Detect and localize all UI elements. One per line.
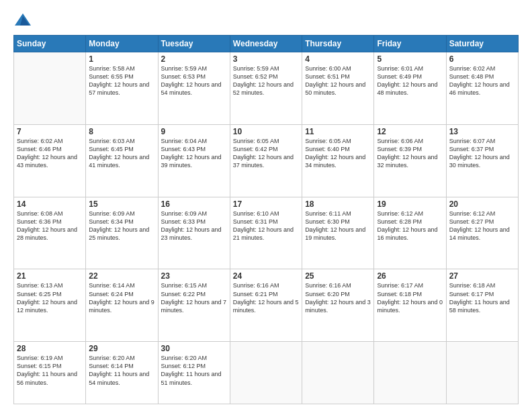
calendar-cell: 12Sunrise: 6:06 AMSunset: 6:39 PMDayligh… — [374, 124, 446, 197]
day-number: 25 — [305, 271, 371, 281]
day-number: 4 — [305, 54, 371, 64]
day-number: 18 — [305, 199, 371, 209]
day-number: 8 — [89, 127, 154, 136]
day-number: 11 — [305, 127, 371, 136]
day-number: 22 — [89, 271, 154, 281]
day-number: 15 — [89, 199, 154, 209]
logo-icon — [13, 11, 32, 30]
day-number: 2 — [161, 54, 227, 64]
day-number: 23 — [161, 271, 227, 281]
day-header-thursday: Thursday — [302, 36, 374, 52]
calendar-cell: 5Sunrise: 6:01 AMSunset: 6:49 PMDaylight… — [374, 52, 446, 125]
day-number: 28 — [17, 344, 83, 353]
day-number: 5 — [377, 54, 443, 64]
calendar-cell: 15Sunrise: 6:09 AMSunset: 6:34 PMDayligh… — [86, 197, 158, 269]
calendar-cell — [14, 52, 86, 125]
day-header-sunday: Sunday — [14, 36, 86, 52]
calendar-week-1: 7Sunrise: 6:02 AMSunset: 6:46 PMDaylight… — [14, 124, 519, 197]
calendar-cell: 22Sunrise: 6:14 AMSunset: 6:24 PMDayligh… — [86, 269, 158, 342]
day-number: 20 — [449, 199, 515, 209]
day-number: 26 — [377, 271, 443, 281]
day-number: 3 — [233, 54, 299, 64]
day-number: 6 — [449, 54, 515, 64]
cell-info: Sunrise: 6:20 AMSunset: 6:12 PMDaylight:… — [161, 354, 227, 387]
cell-info: Sunrise: 6:02 AMSunset: 6:46 PMDaylight:… — [17, 137, 83, 170]
cell-info: Sunrise: 6:08 AMSunset: 6:36 PMDaylight:… — [17, 210, 83, 242]
calendar-cell: 24Sunrise: 6:16 AMSunset: 6:21 PMDayligh… — [230, 269, 302, 342]
calendar-cell: 25Sunrise: 6:16 AMSunset: 6:20 PMDayligh… — [302, 269, 374, 342]
calendar-cell: 18Sunrise: 6:11 AMSunset: 6:30 PMDayligh… — [302, 197, 374, 269]
cell-info: Sunrise: 6:20 AMSunset: 6:14 PMDaylight:… — [89, 354, 154, 387]
calendar-cell: 17Sunrise: 6:10 AMSunset: 6:31 PMDayligh… — [230, 197, 302, 269]
day-header-saturday: Saturday — [446, 36, 518, 52]
cell-info: Sunrise: 6:12 AMSunset: 6:28 PMDaylight:… — [377, 210, 443, 242]
cell-info: Sunrise: 6:17 AMSunset: 6:18 PMDaylight:… — [377, 281, 443, 314]
calendar-cell: 30Sunrise: 6:20 AMSunset: 6:12 PMDayligh… — [158, 342, 230, 404]
calendar-week-2: 14Sunrise: 6:08 AMSunset: 6:36 PMDayligh… — [14, 197, 519, 269]
cell-info: Sunrise: 6:06 AMSunset: 6:39 PMDaylight:… — [377, 137, 443, 170]
page: SundayMondayTuesdayWednesdayThursdayFrid… — [0, 0, 532, 411]
calendar-cell: 26Sunrise: 6:17 AMSunset: 6:18 PMDayligh… — [374, 269, 446, 342]
day-number: 16 — [161, 199, 227, 209]
cell-info: Sunrise: 5:59 AMSunset: 6:52 PMDaylight:… — [233, 64, 299, 97]
cell-info: Sunrise: 6:10 AMSunset: 6:31 PMDaylight:… — [233, 210, 299, 242]
day-number: 27 — [449, 271, 515, 281]
day-number: 1 — [89, 54, 154, 64]
day-number: 13 — [449, 127, 515, 136]
calendar-cell: 27Sunrise: 6:18 AMSunset: 6:17 PMDayligh… — [446, 269, 518, 342]
day-header-wednesday: Wednesday — [230, 36, 302, 52]
cell-info: Sunrise: 6:09 AMSunset: 6:34 PMDaylight:… — [89, 210, 154, 242]
cell-info: Sunrise: 6:15 AMSunset: 6:22 PMDaylight:… — [161, 281, 227, 314]
calendar-week-3: 21Sunrise: 6:13 AMSunset: 6:25 PMDayligh… — [14, 269, 519, 342]
cell-info: Sunrise: 6:14 AMSunset: 6:24 PMDaylight:… — [89, 281, 154, 314]
cell-info: Sunrise: 6:16 AMSunset: 6:21 PMDaylight:… — [233, 281, 299, 314]
calendar-cell: 21Sunrise: 6:13 AMSunset: 6:25 PMDayligh… — [14, 269, 86, 342]
day-number: 19 — [377, 199, 443, 209]
calendar-cell — [374, 342, 446, 404]
day-number: 24 — [233, 271, 299, 281]
day-number: 7 — [17, 127, 83, 136]
calendar-cell — [230, 342, 302, 404]
calendar-cell: 7Sunrise: 6:02 AMSunset: 6:46 PMDaylight… — [14, 124, 86, 197]
calendar-table: SundayMondayTuesdayWednesdayThursdayFrid… — [13, 35, 519, 404]
calendar-cell: 20Sunrise: 6:12 AMSunset: 6:27 PMDayligh… — [446, 197, 518, 269]
calendar-cell: 2Sunrise: 5:59 AMSunset: 6:53 PMDaylight… — [158, 52, 230, 125]
cell-info: Sunrise: 6:05 AMSunset: 6:40 PMDaylight:… — [305, 137, 371, 170]
day-number: 17 — [233, 199, 299, 209]
cell-info: Sunrise: 6:05 AMSunset: 6:42 PMDaylight:… — [233, 137, 299, 170]
cell-info: Sunrise: 5:58 AMSunset: 6:55 PMDaylight:… — [89, 64, 154, 97]
cell-info: Sunrise: 6:02 AMSunset: 6:48 PMDaylight:… — [449, 64, 515, 97]
day-number: 10 — [233, 127, 299, 136]
calendar-cell — [446, 342, 518, 404]
calendar-cell: 11Sunrise: 6:05 AMSunset: 6:40 PMDayligh… — [302, 124, 374, 197]
calendar-cell: 28Sunrise: 6:19 AMSunset: 6:15 PMDayligh… — [14, 342, 86, 404]
cell-info: Sunrise: 5:59 AMSunset: 6:53 PMDaylight:… — [161, 64, 227, 97]
day-number: 30 — [161, 344, 227, 353]
cell-info: Sunrise: 6:13 AMSunset: 6:25 PMDaylight:… — [17, 281, 83, 314]
cell-info: Sunrise: 6:09 AMSunset: 6:33 PMDaylight:… — [161, 210, 227, 242]
logo — [13, 11, 35, 30]
calendar-header-row: SundayMondayTuesdayWednesdayThursdayFrid… — [14, 36, 519, 52]
calendar-week-0: 1Sunrise: 5:58 AMSunset: 6:55 PMDaylight… — [14, 52, 519, 125]
calendar-cell: 19Sunrise: 6:12 AMSunset: 6:28 PMDayligh… — [374, 197, 446, 269]
calendar-cell: 3Sunrise: 5:59 AMSunset: 6:52 PMDaylight… — [230, 52, 302, 125]
calendar-cell: 10Sunrise: 6:05 AMSunset: 6:42 PMDayligh… — [230, 124, 302, 197]
cell-info: Sunrise: 6:01 AMSunset: 6:49 PMDaylight:… — [377, 64, 443, 97]
day-number: 9 — [161, 127, 227, 136]
calendar-cell: 13Sunrise: 6:07 AMSunset: 6:37 PMDayligh… — [446, 124, 518, 197]
day-number: 21 — [17, 271, 83, 281]
cell-info: Sunrise: 6:12 AMSunset: 6:27 PMDaylight:… — [449, 210, 515, 242]
cell-info: Sunrise: 6:16 AMSunset: 6:20 PMDaylight:… — [305, 281, 371, 314]
cell-info: Sunrise: 6:04 AMSunset: 6:43 PMDaylight:… — [161, 137, 227, 170]
cell-info: Sunrise: 6:03 AMSunset: 6:45 PMDaylight:… — [89, 137, 154, 170]
cell-info: Sunrise: 6:11 AMSunset: 6:30 PMDaylight:… — [305, 210, 371, 242]
day-number: 12 — [377, 127, 443, 136]
cell-info: Sunrise: 6:07 AMSunset: 6:37 PMDaylight:… — [449, 137, 515, 170]
calendar-week-4: 28Sunrise: 6:19 AMSunset: 6:15 PMDayligh… — [14, 342, 519, 404]
calendar-cell: 16Sunrise: 6:09 AMSunset: 6:33 PMDayligh… — [158, 197, 230, 269]
cell-info: Sunrise: 6:00 AMSunset: 6:51 PMDaylight:… — [305, 64, 371, 97]
calendar-cell: 4Sunrise: 6:00 AMSunset: 6:51 PMDaylight… — [302, 52, 374, 125]
day-header-friday: Friday — [374, 36, 446, 52]
calendar-cell: 9Sunrise: 6:04 AMSunset: 6:43 PMDaylight… — [158, 124, 230, 197]
cell-info: Sunrise: 6:18 AMSunset: 6:17 PMDaylight:… — [449, 281, 515, 314]
